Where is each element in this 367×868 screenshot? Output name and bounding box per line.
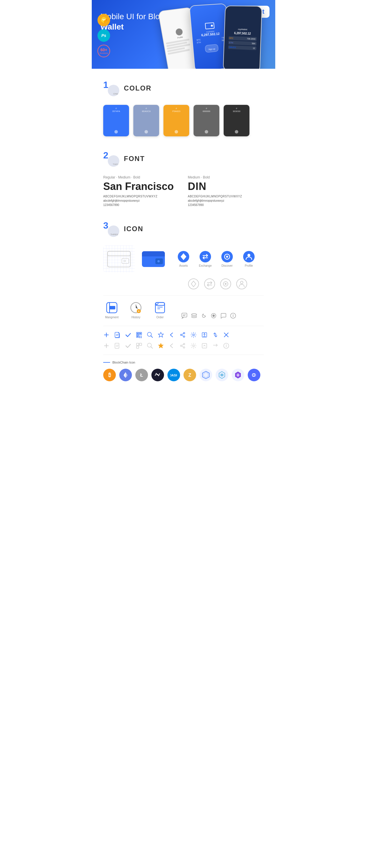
matic-icon: Δ bbox=[232, 369, 244, 381]
svg-point-4 bbox=[124, 260, 125, 262]
zcash-icon: Z bbox=[184, 369, 196, 381]
circle-icon bbox=[210, 313, 217, 319]
ltc-svg: Ł bbox=[138, 372, 145, 378]
search-ghost-icon bbox=[147, 343, 153, 349]
svg-rect-11 bbox=[142, 255, 165, 256]
svg-marker-114 bbox=[204, 372, 208, 378]
layers-icon bbox=[191, 313, 197, 319]
app-icons-row: Mangment + History bbox=[103, 301, 264, 319]
svg-point-115 bbox=[221, 374, 223, 376]
font-din: Medium · Bold DIN ABCDEFGHIJKLMNOPQRSTUV… bbox=[188, 175, 264, 207]
nem-icon bbox=[216, 369, 228, 381]
svg-rect-60 bbox=[137, 336, 138, 337]
svg-point-70 bbox=[184, 336, 185, 337]
ps-badge: Ps bbox=[97, 29, 110, 42]
svg-line-72 bbox=[182, 335, 183, 336]
swatch-dark: #303030 bbox=[224, 105, 250, 136]
crypto-icons: ₿ Ł bbox=[103, 369, 264, 381]
svg-rect-62 bbox=[141, 336, 142, 337]
band-icon bbox=[248, 369, 260, 381]
ltc-icon: Ł bbox=[135, 369, 148, 381]
svg-point-68 bbox=[184, 333, 185, 334]
svg-line-71 bbox=[182, 334, 183, 334]
discover-icon bbox=[221, 251, 233, 262]
profile-icon bbox=[243, 251, 255, 262]
svg-rect-88 bbox=[137, 346, 139, 348]
btc-svg: ₿ bbox=[106, 371, 113, 379]
svg-rect-52 bbox=[115, 332, 119, 337]
wallet-outline-svg bbox=[106, 248, 132, 269]
settings-ghost-icon bbox=[190, 343, 197, 349]
eth-svg bbox=[122, 372, 129, 378]
section-num-1: 1 ONE bbox=[103, 80, 119, 96]
svg-line-90 bbox=[151, 347, 152, 348]
color-swatches: #3574FA #8DA0C8 #F5A623 #666666 #303030 bbox=[103, 105, 264, 136]
svg-point-102 bbox=[226, 344, 227, 345]
svg-text:₿: ₿ bbox=[108, 372, 111, 378]
main-content: 1 ONE COLOR #3574FA #8DA0C8 #F5A623 #666… bbox=[92, 69, 275, 407]
icon-section: 3 THREE ICON bbox=[103, 221, 264, 381]
import-icon bbox=[201, 332, 207, 338]
svg-point-97 bbox=[193, 345, 194, 347]
swap-ghost-icon bbox=[212, 343, 219, 349]
icon-item-assets: Assets bbox=[175, 251, 192, 267]
info-icon bbox=[230, 313, 236, 319]
share-ghost-icon bbox=[179, 343, 186, 349]
color-section-header: 1 ONE COLOR bbox=[103, 80, 264, 96]
wallet-solid-icon bbox=[140, 248, 166, 270]
svg-rect-86 bbox=[137, 343, 139, 345]
chat-icon bbox=[181, 313, 188, 319]
svg-rect-83 bbox=[115, 343, 119, 348]
exchange-icon bbox=[200, 251, 211, 262]
svg-text:Ł: Ł bbox=[140, 373, 143, 378]
eth-icon bbox=[119, 369, 132, 381]
font-sf: Regular · Medium · Bold San Francisco AB… bbox=[103, 175, 179, 207]
svg-point-24 bbox=[204, 279, 215, 289]
wallet-icons-large: Assets Exchange bbox=[103, 246, 264, 273]
history-icon: + bbox=[130, 301, 142, 314]
svg-rect-58 bbox=[140, 333, 141, 334]
doc-edit-icon bbox=[114, 332, 120, 338]
svg-point-49 bbox=[233, 314, 233, 315]
icon-section-header: 3 THREE ICON bbox=[103, 221, 264, 237]
tool-icons-blue bbox=[103, 332, 264, 338]
icon-item-management: Mangment bbox=[103, 301, 120, 319]
swatch-blue: #3574FA bbox=[103, 105, 129, 136]
swatch-gray-blue: #8DA0C8 bbox=[133, 105, 159, 136]
svg-rect-36 bbox=[156, 303, 165, 313]
icon-item-exchange: Exchange bbox=[197, 251, 214, 267]
phone-mockups: Profile myWallet 6,297,502.12 bbox=[161, 3, 275, 69]
svg-point-19 bbox=[226, 255, 228, 257]
svg-point-69 bbox=[181, 334, 182, 336]
qr-icon bbox=[136, 332, 142, 338]
profile-ghost-icon bbox=[236, 278, 248, 290]
star-icon bbox=[158, 332, 164, 338]
svg-point-46 bbox=[213, 314, 215, 317]
star-filled-icon bbox=[158, 343, 164, 349]
btc-icon: ₿ bbox=[103, 369, 116, 381]
swatch-orange: #F5A623 bbox=[163, 105, 189, 136]
assets-icon bbox=[178, 251, 189, 262]
svg-point-22 bbox=[188, 279, 199, 289]
blockchain-label: BlockChain Icon bbox=[103, 361, 264, 364]
import-ghost-icon bbox=[201, 343, 207, 349]
management-icon bbox=[106, 301, 118, 314]
screens-badge: 60+ Screens bbox=[97, 45, 110, 57]
svg-text:DASH: DASH bbox=[170, 374, 177, 377]
icon-item-order: Order bbox=[151, 301, 169, 319]
hex-svg bbox=[201, 370, 210, 379]
svg-marker-23 bbox=[191, 281, 196, 287]
hex-icon bbox=[200, 369, 212, 381]
back-icon bbox=[169, 332, 175, 338]
font-grid: Regular · Medium · Bold San Francisco AB… bbox=[103, 175, 264, 207]
phone-mockup-3: myWallet 6,297,502.12 BTC 738-2003 ETH 5… bbox=[223, 5, 262, 69]
section-num-2: 2 TWO bbox=[103, 151, 119, 167]
exchange-ghost-icon bbox=[204, 278, 215, 290]
svg-point-92 bbox=[184, 343, 185, 345]
nem-svg bbox=[217, 370, 227, 379]
waves-icon bbox=[151, 369, 164, 381]
discover-ghost-icon bbox=[220, 278, 231, 290]
svg-rect-98 bbox=[202, 343, 207, 348]
svg-point-13 bbox=[158, 260, 160, 262]
speech-icon bbox=[220, 313, 227, 319]
